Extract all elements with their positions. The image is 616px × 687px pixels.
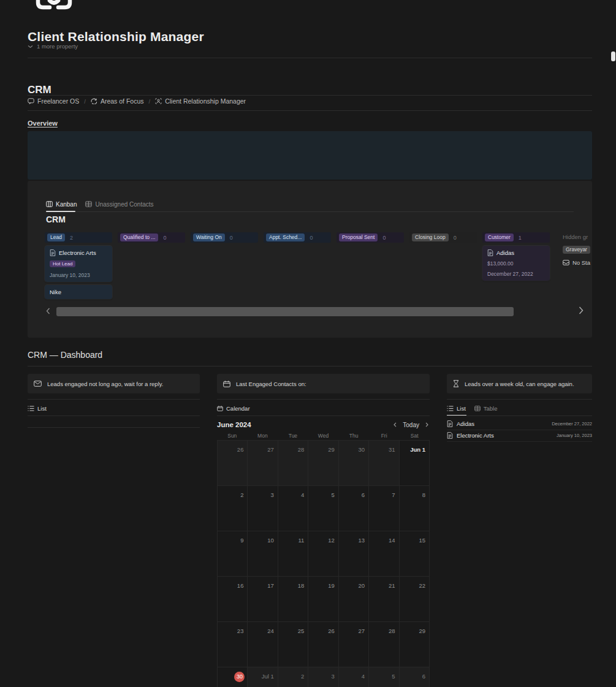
calendar-cell[interactable]: 29	[308, 441, 338, 486]
kanban-card[interactable]: Electronic ArtsHot LeadJanuary 10, 2023	[45, 246, 112, 282]
calendar-date: 8	[422, 492, 425, 498]
list-item[interactable]: Adidas December 27, 2022	[447, 418, 592, 430]
more-properties-toggle[interactable]: 1 more property	[28, 43, 78, 50]
page-icon	[50, 249, 56, 256]
calendar-cell[interactable]: 8	[400, 486, 430, 531]
tab-calendar[interactable]: Calendar	[217, 405, 250, 412]
chevron-right-icon[interactable]	[425, 422, 428, 427]
no-status-row[interactable]: No Sta	[563, 259, 592, 266]
calendar-date: 29	[328, 446, 335, 453]
calendar-cell[interactable]: 17	[248, 577, 278, 622]
calendar-cell[interactable]: 28	[278, 441, 308, 486]
overview-link[interactable]: Overview	[28, 120, 58, 127]
kanban-card[interactable]: Adidas$13,000.00December 27, 2022	[482, 246, 550, 281]
calendar-cell[interactable]: 10	[248, 531, 278, 577]
calendar-cell[interactable]: 25	[278, 622, 308, 667]
calendar-cell[interactable]: Jun 1	[400, 441, 430, 486]
calendar-cell[interactable]: 26	[218, 441, 248, 486]
page-logo-icon[interactable]	[36, 0, 72, 10]
tab-unassigned-contacts[interactable]: Unassigned Contacts	[85, 201, 153, 208]
breadcrumb-item-areas-of-focus[interactable]: Areas of Focus	[91, 97, 144, 105]
calendar-cell[interactable]: 24	[248, 622, 278, 667]
calendar-cell[interactable]: 3	[308, 667, 338, 687]
calendar-cell[interactable]: 19	[308, 577, 338, 622]
kanban-card[interactable]: Nike	[45, 285, 112, 299]
calendar-date: 28	[389, 628, 395, 634]
weekday-label: Tue	[278, 433, 308, 439]
calendar-cell[interactable]: 6	[400, 667, 430, 687]
divider	[28, 58, 592, 58]
column-header[interactable]: Proposal Sent0	[337, 232, 404, 243]
card-title: Adidas	[496, 249, 514, 256]
tab-list[interactable]: List	[447, 405, 466, 412]
calendar-date: 3	[331, 673, 334, 680]
calendar-cell[interactable]: 2	[278, 667, 308, 687]
calendar-cell[interactable]: 27	[339, 622, 369, 667]
window-scrollbar-thumb[interactable]	[611, 51, 615, 61]
breadcrumb: Freelancer OS / Areas of Focus / Client …	[28, 97, 246, 105]
calendar-cell[interactable]: 21	[369, 577, 399, 622]
calendar-cell[interactable]: Jul 1	[248, 667, 278, 687]
calendar-cell[interactable]: 5	[308, 486, 338, 531]
column-header[interactable]: Closing Loop0	[409, 232, 477, 243]
today-button[interactable]: Today	[403, 422, 419, 428]
board-scrollbar-thumb[interactable]	[56, 307, 514, 316]
calendar-cell[interactable]: 4	[339, 667, 369, 687]
board-columns: Lead2Electronic ArtsHot LeadJanuary 10, …	[45, 232, 592, 299]
calendar-cell[interactable]: 14	[369, 531, 399, 577]
calendar-cell[interactable]: 30	[339, 441, 369, 486]
calendar-cell[interactable]: 9	[218, 531, 248, 577]
breadcrumb-item-freelancer-os[interactable]: Freelancer OS	[28, 97, 79, 105]
calendar-date: 31	[389, 446, 395, 453]
card-title-row: Electronic Arts	[50, 249, 107, 256]
calendar-cell[interactable]: 26	[308, 622, 338, 667]
calendar-date: 24	[267, 628, 274, 634]
hidden-groups: Hidden grGraveyarNo Sta	[563, 232, 592, 299]
calendar-cell[interactable]: 6	[339, 486, 369, 531]
list-icon	[447, 406, 454, 411]
calendar-cell[interactable]: 11	[278, 531, 308, 577]
calendar-date: 16	[237, 582, 244, 589]
page-icon	[447, 432, 453, 439]
calendar-cell[interactable]: 22	[400, 577, 430, 622]
calendar-cell[interactable]: 13	[339, 531, 369, 577]
kanban-column: Proposal Sent0	[337, 232, 404, 299]
divider	[447, 416, 592, 416]
calendar-cell[interactable]: 20	[339, 577, 369, 622]
column-header[interactable]: Qualified to ...0	[118, 232, 185, 243]
calendar-cell[interactable]: 31	[369, 441, 399, 486]
card-amount: $13,000.00	[487, 260, 545, 267]
chevron-left-icon[interactable]	[394, 422, 397, 427]
column-status-badge: Closing Loop	[412, 233, 449, 241]
calendar-cell[interactable]: 2	[218, 486, 248, 531]
calendar-cell[interactable]: 3	[248, 486, 278, 531]
tab-list[interactable]: List	[28, 405, 47, 412]
calendar-cell[interactable]: 29	[400, 622, 430, 667]
calendar-cell[interactable]: 23	[218, 622, 248, 667]
calendar-cell[interactable]: 27	[248, 441, 278, 486]
calendar-cell[interactable]: 18	[278, 577, 308, 622]
scroll-right-icon[interactable]	[579, 306, 584, 314]
calendar-cell[interactable]: 16	[218, 577, 248, 622]
column-count: 0	[382, 235, 386, 241]
column-header[interactable]: Lead2	[45, 232, 112, 243]
column-header[interactable]: Waiting On0	[191, 232, 258, 243]
scroll-left-icon[interactable]	[46, 308, 50, 314]
breadcrumb-item-client-relationship-manager[interactable]: Client Relationship Manager	[155, 97, 246, 105]
calendar-cell[interactable]: 7	[369, 486, 399, 531]
list-item[interactable]: Electronic Arts January 10, 2023	[447, 430, 592, 442]
engaged-leads-callout: Leads engaged not long ago, wait for a r…	[28, 374, 200, 393]
hidden-groups-label[interactable]: Hidden gr	[563, 232, 592, 240]
column-header[interactable]: Appt. Sched...0	[264, 232, 331, 243]
column-header[interactable]: Customer1	[482, 232, 550, 243]
tab-kanban[interactable]: Kanban	[46, 201, 77, 208]
calendar-cell[interactable]: 12	[308, 531, 338, 577]
tab-table[interactable]: Table	[474, 405, 498, 412]
calendar-cell[interactable]: 28	[369, 622, 399, 667]
kanban-column: Customer1Adidas$13,000.00December 27, 20…	[482, 232, 550, 299]
calendar-date: 21	[389, 582, 395, 589]
calendar-cell[interactable]: 4	[278, 486, 308, 531]
calendar-cell[interactable]: 5	[369, 667, 399, 687]
calendar-cell[interactable]: 15	[400, 531, 430, 577]
calendar-cell[interactable]: 30	[218, 667, 248, 687]
